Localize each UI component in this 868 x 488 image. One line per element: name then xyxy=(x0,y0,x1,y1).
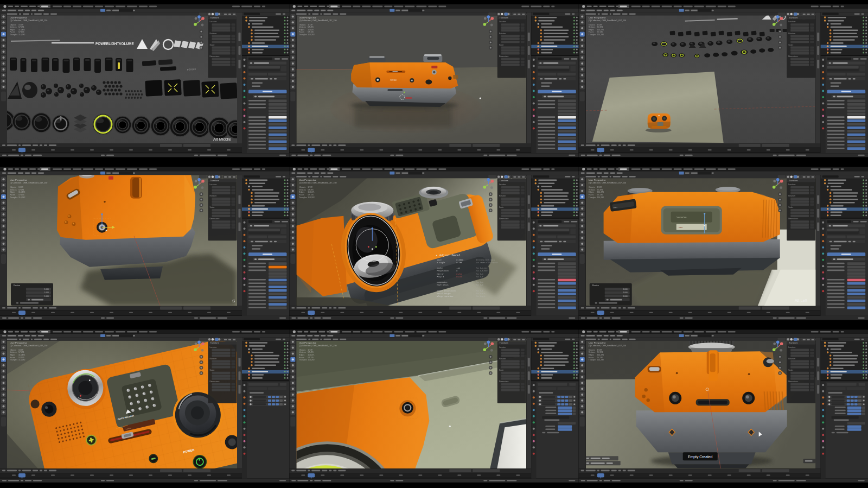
svg-text:User Perspective: User Perspective xyxy=(589,341,607,344)
svg-text:Faces: Faces xyxy=(10,357,15,359)
svg-text:114,471: 114,471 xyxy=(308,354,314,356)
svg-text:Flip G: Flip G xyxy=(437,276,444,278)
svg-text:Resize: Resize xyxy=(592,284,599,287)
svg-text:0.0500: 0.0500 xyxy=(456,259,463,261)
svg-text:Faces: Faces xyxy=(589,31,594,33)
svg-text:8: 8 xyxy=(456,270,457,272)
svg-text:Transform: Transform xyxy=(789,342,797,344)
svg-text:deleting mesh data: deleting mesh data xyxy=(476,259,495,261)
svg-text:57,135: 57,135 xyxy=(18,31,24,33)
svg-text:Objects: Objects xyxy=(589,349,595,351)
svg-text:57,491: 57,491 xyxy=(597,351,603,353)
svg-text:Scale:: Scale: xyxy=(499,44,504,46)
svg-text:Dimensions:: Dimensions: xyxy=(788,381,798,383)
svg-text:Faces: Faces xyxy=(10,194,15,196)
svg-text:1.000: 1.000 xyxy=(623,288,628,290)
svg-text:Rotation:: Rotation: xyxy=(788,358,795,360)
svg-text:Vertices: Vertices xyxy=(299,351,306,353)
svg-text:Edges: Edges xyxy=(10,354,15,356)
svg-text:Triangles: Triangles xyxy=(10,359,18,361)
svg-text:User Perspective: User Perspective xyxy=(10,16,28,19)
svg-text:User Perspective: User Perspective xyxy=(299,179,317,181)
svg-text:fix b-0.8: fix b-0.8 xyxy=(476,293,485,295)
svg-text:57,135: 57,135 xyxy=(308,194,314,196)
svg-text:Objects: Objects xyxy=(10,349,16,351)
svg-text:User Perspective: User Perspective xyxy=(299,16,317,19)
svg-text:(1) Collection | CMR_SmallBuil: (1) Collection | CMR_SmallBuild1_017_150 xyxy=(10,182,47,185)
svg-text:User Perspective: User Perspective xyxy=(299,341,317,344)
svg-text:1/139: 1/139 xyxy=(597,24,602,26)
svg-text:114,282: 114,282 xyxy=(308,359,314,361)
svg-text:(1) Collection | CMR_SmallBuil: (1) Collection | CMR_SmallBuild1_017_150 xyxy=(299,345,336,347)
svg-text:size: size xyxy=(437,259,442,261)
svg-text:1/139: 1/139 xyxy=(308,186,312,188)
svg-text:Objects: Objects xyxy=(299,349,305,351)
svg-text:Location:: Location: xyxy=(499,21,506,23)
svg-text:Objects: Objects xyxy=(589,186,595,188)
svg-text:Transform: Transform xyxy=(500,17,508,19)
svg-text:Dimensions:: Dimensions: xyxy=(210,381,220,383)
svg-text:Location:: Location: xyxy=(788,183,795,186)
svg-text:Vertices: Vertices xyxy=(299,26,306,28)
svg-text:fix b-0.001: fix b-0.001 xyxy=(476,267,487,269)
svg-text:1/139: 1/139 xyxy=(308,24,312,26)
svg-text:Transform: Transform xyxy=(500,180,508,182)
svg-text:Projection: Projection xyxy=(437,270,449,272)
svg-text:▸ Adjust Decal: ▸ Adjust Decal xyxy=(436,254,460,257)
svg-text:Empty Created: Empty Created xyxy=(688,455,713,459)
svg-text:114,471: 114,471 xyxy=(308,191,314,193)
svg-text:Location:: Location: xyxy=(210,21,217,23)
svg-text:Decal height: Decal height xyxy=(437,293,451,295)
svg-text:Mirror: Mirror xyxy=(437,273,444,275)
svg-text:57,135: 57,135 xyxy=(308,357,314,359)
svg-text:Vertices: Vertices xyxy=(589,26,596,28)
svg-text:Location:: Location: xyxy=(210,183,217,186)
svg-text:114,471: 114,471 xyxy=(597,354,604,356)
svg-text:Scale:: Scale: xyxy=(210,369,215,371)
svg-text:Location:: Location: xyxy=(788,346,795,348)
svg-text:57,135: 57,135 xyxy=(18,194,24,196)
svg-text:Alt Middle: Alt Middle xyxy=(213,137,231,142)
svg-text:Vertices: Vertices xyxy=(10,26,17,28)
svg-text:Objects: Objects xyxy=(10,24,16,26)
svg-text:Triangles: Triangles xyxy=(589,34,597,36)
svg-text:Transform: Transform xyxy=(789,180,797,182)
svg-text:Rotation:: Rotation: xyxy=(499,33,506,35)
svg-text:User Perspective: User Perspective xyxy=(10,341,28,344)
svg-text:Edges: Edges xyxy=(589,29,594,31)
svg-text:fix b-0: fix b-0 xyxy=(476,290,483,292)
svg-text:Vertices: Vertices xyxy=(10,189,17,191)
svg-text:1/139: 1/139 xyxy=(597,186,602,188)
svg-text:57,491: 57,491 xyxy=(597,26,603,28)
svg-text:114,282: 114,282 xyxy=(308,34,314,36)
svg-text:(1) Collection | CMR_SmallBuil: (1) Collection | CMR_SmallBuild1_017_150 xyxy=(299,182,336,185)
svg-text:Triangles: Triangles xyxy=(10,197,18,199)
svg-text:1/139: 1/139 xyxy=(18,349,23,351)
svg-text:(1) Collection | CMR_SmallBuil: (1) Collection | CMR_SmallBuild1_017_150 xyxy=(589,182,626,185)
svg-text:Triangles: Triangles xyxy=(299,197,307,199)
svg-text:114,282: 114,282 xyxy=(18,197,25,199)
svg-text:fix b-0: fix b-0 xyxy=(476,273,483,275)
svg-text:False: False xyxy=(456,276,462,278)
svg-text:▪▬▪▬▪▬: ▪▬▪▬▪▬ xyxy=(676,216,687,218)
svg-text:Faces: Faces xyxy=(299,31,304,33)
svg-text:fix b-0: fix b-0 xyxy=(476,284,483,287)
svg-text:114,282: 114,282 xyxy=(597,359,604,361)
svg-text:57,491: 57,491 xyxy=(597,189,603,191)
svg-text:Rotation:: Rotation: xyxy=(210,33,217,35)
svg-text:Location:: Location: xyxy=(788,21,795,23)
svg-text:User Perspective: User Perspective xyxy=(589,179,607,181)
svg-text:(1) Collection | CMR_SmallBuil: (1) Collection | CMR_SmallBuild1_017_150 xyxy=(589,20,626,22)
svg-text:Scale:: Scale: xyxy=(210,206,215,208)
svg-text:Transform: Transform xyxy=(210,17,219,19)
svg-text:Dimensions:: Dimensions: xyxy=(499,381,509,383)
svg-text:Rotation:: Rotation: xyxy=(210,195,217,197)
svg-text:57,491: 57,491 xyxy=(308,189,314,191)
svg-text:fix b-0: fix b-0 xyxy=(476,276,483,278)
svg-text:(1) Collection | CMR_SmallBuil: (1) Collection | CMR_SmallBuild1_017_150 xyxy=(10,345,47,347)
svg-text:Faces: Faces xyxy=(299,194,304,196)
svg-text:(1) Collection | CMR_SmallBuil: (1) Collection | CMR_SmallBuild1_017_150 xyxy=(10,20,47,22)
svg-text:57,135: 57,135 xyxy=(308,31,314,33)
svg-text:Transform: Transform xyxy=(210,180,219,182)
svg-text:Location:: Location: xyxy=(210,346,217,348)
